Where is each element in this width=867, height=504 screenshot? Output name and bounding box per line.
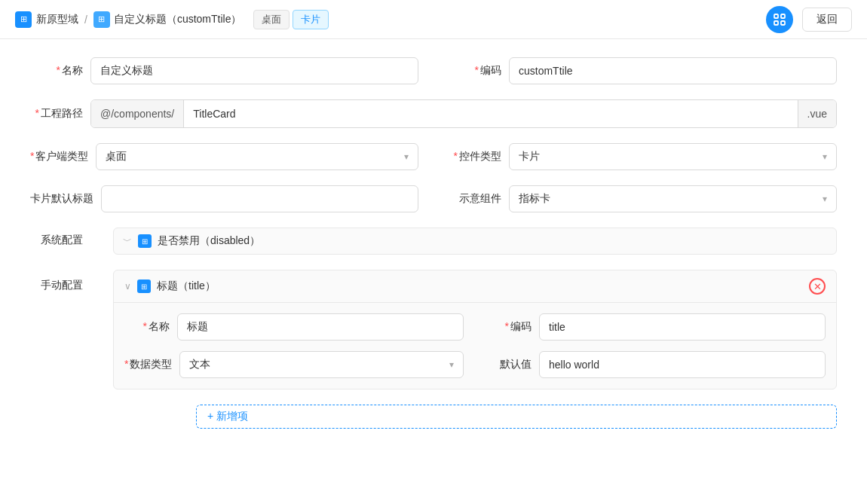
svg-rect-2 [774, 21, 778, 25]
path-input[interactable] [184, 100, 797, 127]
form-row-path: 工程路径 @/components/ .vue [30, 99, 837, 128]
form-row-types: 客户端类型 桌面 ▾ 控件类型 卡片 ▾ [30, 143, 837, 170]
system-config-item-label: 是否禁用（disabled） [158, 234, 260, 248]
chevron-left-icon: ﹀ [123, 235, 132, 248]
sub-data-type-select[interactable]: 文本 ▾ [179, 351, 464, 378]
manual-name-group: 名称 [124, 313, 464, 341]
form-group-demo-component: 示意组件 指标卡 ▾ [449, 185, 837, 212]
manual-row-name-code: 名称 编码 [124, 313, 826, 341]
system-config-box: ﹀ ⊞ 是否禁用（disabled） [113, 228, 837, 255]
svg-rect-1 [781, 14, 785, 18]
chevron-down-icon3: ▾ [823, 194, 827, 204]
form-row-name-code: 名称 编码 [30, 57, 837, 84]
manual-default-group: 默认值 [486, 351, 826, 378]
manual-config-right: ∨ ⊞ 标题（title） ✕ 名称 [113, 270, 837, 429]
tab-card[interactable]: 卡片 [293, 10, 329, 29]
form-group-client-type: 客户端类型 桌面 ▾ [30, 143, 418, 170]
client-type-label: 客户端类型 [30, 150, 88, 163]
manual-config-section: 手动配置 ∨ ⊞ 标题（title） ✕ [30, 270, 837, 429]
path-suffix: .vue [798, 100, 836, 127]
sub-name-input[interactable] [177, 313, 464, 341]
manual-config-item-label: 标题（title） [157, 279, 216, 293]
manual-config-box: ∨ ⊞ 标题（title） ✕ 名称 [113, 270, 837, 389]
svg-rect-3 [781, 21, 785, 25]
name-input[interactable] [90, 57, 418, 84]
control-type-value: 卡片 [519, 150, 540, 163]
demo-component-label: 示意组件 [449, 192, 501, 206]
page: ⊞ 新原型域 / ⊞ 自定义标题（customTtile） 桌面 卡片 [0, 0, 867, 504]
system-config-item[interactable]: ﹀ ⊞ 是否禁用（disabled） [123, 234, 827, 248]
form-group-default-title: 卡片默认标题 [30, 185, 418, 212]
content: 名称 编码 工程路径 @/components/ .vue 客户端类型 [0, 39, 867, 504]
header-right: 返回 [766, 6, 852, 33]
form-group-name: 名称 [30, 57, 418, 84]
manual-config-fields: 名称 编码 数据类型 [114, 303, 836, 389]
breadcrumb-icon2: ⊞ [93, 11, 110, 28]
control-type-select[interactable]: 卡片 ▾ [509, 143, 837, 170]
svg-rect-0 [774, 14, 778, 18]
manual-config-label: 手动配置 [30, 270, 83, 292]
manual-config-header: ∨ ⊞ 标题（title） ✕ [114, 270, 836, 303]
tab-group: 桌面 卡片 [253, 10, 329, 29]
demo-component-value: 指标卡 [519, 192, 550, 206]
chevron-down-icon2: ▾ [823, 151, 827, 162]
tab-desktop[interactable]: 桌面 [253, 10, 290, 29]
sub-default-label: 默认值 [486, 358, 532, 371]
delete-manual-config-button[interactable]: ✕ [809, 278, 826, 295]
fullscreen-button[interactable] [766, 6, 793, 33]
system-config-icon: ⊞ [138, 234, 152, 248]
manual-data-type-group: 数据类型 文本 ▾ [124, 351, 464, 378]
manual-config-icon: ⊞ [137, 279, 151, 293]
demo-component-select[interactable]: 指标卡 ▾ [509, 185, 837, 212]
sub-data-type-label: 数据类型 [124, 358, 172, 371]
breadcrumb-part1: 新原型域 [36, 13, 78, 26]
path-label: 工程路径 [30, 107, 83, 121]
back-button[interactable]: 返回 [802, 8, 852, 32]
system-config-label: 系统配置 [30, 228, 83, 247]
add-item-button[interactable]: + 新增项 [196, 405, 837, 429]
code-label: 编码 [449, 64, 501, 78]
form-group-path: 工程路径 @/components/ .vue [30, 99, 837, 128]
code-input[interactable] [509, 57, 837, 84]
control-type-label: 控件类型 [449, 150, 501, 163]
manual-chevron-icon: ∨ [124, 281, 131, 292]
sub-code-input[interactable] [539, 313, 826, 341]
header: ⊞ 新原型域 / ⊞ 自定义标题（customTtile） 桌面 卡片 [0, 0, 867, 39]
client-type-value: 桌面 [106, 150, 127, 163]
manual-config-title: ∨ ⊞ 标题（title） [124, 279, 216, 293]
breadcrumb-separator: / [84, 14, 87, 26]
name-label: 名称 [30, 64, 83, 78]
breadcrumb-item: ⊞ 自定义标题（customTtile） [93, 11, 242, 28]
sub-code-label: 编码 [486, 320, 532, 334]
path-group: @/components/ .vue [90, 99, 837, 128]
client-type-select[interactable]: 桌面 ▾ [96, 143, 418, 170]
sub-default-input[interactable] [539, 351, 826, 378]
form-group-control-type: 控件类型 卡片 ▾ [449, 143, 837, 170]
logo-icon: ⊞ [15, 11, 32, 28]
form-row-defaults: 卡片默认标题 示意组件 指标卡 ▾ [30, 185, 837, 212]
chevron-down-icon4: ▾ [449, 359, 454, 370]
form-group-code: 编码 [449, 57, 837, 84]
sub-name-label: 名称 [124, 320, 170, 334]
default-title-input[interactable] [101, 185, 418, 212]
manual-row-type-default: 数据类型 文本 ▾ 默认值 [124, 351, 826, 378]
path-prefix: @/components/ [91, 100, 184, 127]
default-title-label: 卡片默认标题 [30, 192, 93, 206]
manual-code-group: 编码 [486, 313, 826, 341]
system-config-section: 系统配置 ﹀ ⊞ 是否禁用（disabled） [30, 228, 837, 255]
chevron-down-icon: ▾ [404, 151, 409, 162]
breadcrumb-part2: 自定义标题（customTtile） [114, 13, 242, 26]
sub-data-type-value: 文本 [189, 358, 210, 371]
breadcrumb: ⊞ 新原型域 / ⊞ 自定义标题（customTtile） 桌面 卡片 [15, 10, 329, 29]
